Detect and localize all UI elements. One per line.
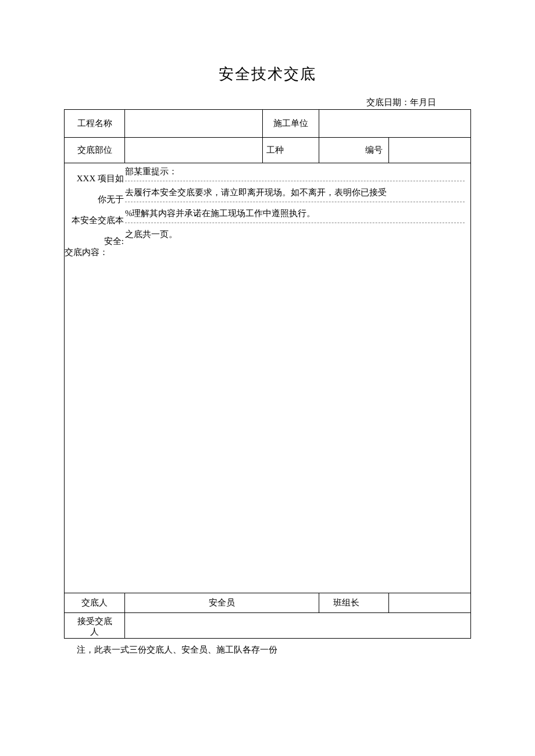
label-team-leader: 班组长 — [319, 593, 389, 613]
body-left-1: XXX 项目如 — [65, 170, 125, 187]
body-cell: XXX 项目如 部某重提示： 你无于 去履行本安全交底要求，请立即离开现场。如不… — [65, 163, 471, 593]
value-construction-unit — [319, 110, 470, 138]
row-body: XXX 项目如 部某重提示： 你无于 去履行本安全交底要求，请立即离开现场。如不… — [65, 163, 471, 593]
label-serial-number: 编号 — [319, 138, 389, 163]
row-project: 工程名称 施工单位 — [65, 110, 471, 138]
label-recipient-line2: 人 — [90, 627, 99, 636]
value-recipient — [125, 613, 471, 639]
label-recipient-line1: 接受交底 — [77, 617, 112, 626]
content-label: 交底内容： — [65, 247, 108, 258]
row-footer-1: 交底人 安全员 班组长 — [65, 593, 471, 613]
label-discloser: 交底人 — [65, 593, 125, 613]
value-serial-number — [389, 138, 471, 163]
footnote: 注，此表一式三份交底人、安全员、施工队各存一份 — [77, 644, 471, 655]
row-footer-2: 接受交底 人 — [65, 613, 471, 639]
body-left-2: 你无于 — [65, 191, 125, 207]
value-project-name — [125, 110, 263, 138]
value-disclosure-section — [125, 138, 263, 163]
body-right-1: 部某重提示： — [125, 163, 465, 181]
label-safety-officer: 安全员 — [125, 593, 319, 613]
main-table: 工程名称 施工单位 交底部位 工种 编号 XXX 项目如 部某重提示： 你无于 … — [64, 109, 471, 639]
body-inner: XXX 项目如 部某重提示： 你无于 去履行本安全交底要求，请立即离开现场。如不… — [65, 163, 470, 593]
label-construction-unit: 施工单位 — [263, 110, 319, 138]
label-project-name: 工程名称 — [65, 110, 125, 138]
label-recipient: 接受交底 人 — [65, 613, 125, 639]
date-line: 交底日期：年月日 — [64, 97, 471, 108]
body-right-3: %理解其内容并承诺在施工现场工作中遵照执行。 — [125, 205, 465, 223]
row-section: 交底部位 工种 编号 — [65, 138, 471, 163]
label-work-type: 工种 — [263, 138, 319, 163]
body-right-4: 之底共一页。 — [125, 226, 465, 243]
body-left-3: 本安全交底本 — [65, 212, 125, 228]
body-right-2: 去履行本安全交底要求，请立即离开现场。如不离开，表明你已接受 — [125, 184, 465, 202]
value-team-leader — [389, 593, 471, 613]
label-disclosure-section: 交底部位 — [65, 138, 125, 163]
page-title: 安全技术交底 — [64, 64, 471, 84]
